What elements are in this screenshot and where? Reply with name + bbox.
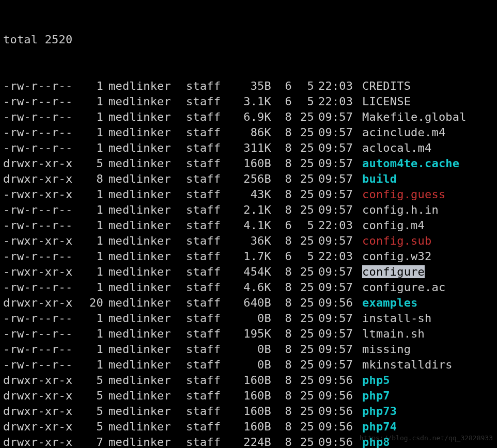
file-day: 25 [295, 125, 318, 140]
file-time: 09:57 [318, 187, 362, 202]
file-name[interactable]: install-sh [362, 312, 431, 325]
file-name[interactable]: configure.ac [362, 281, 445, 294]
file-group: staff [186, 249, 235, 264]
file-name-cell: config.guess [362, 187, 494, 202]
file-links: 1 [81, 233, 108, 249]
watermark-text: https://blog.csdn.net/qq_32828933 [360, 430, 493, 446]
file-day: 25 [295, 140, 318, 156]
file-name[interactable]: php5 [362, 374, 390, 387]
listing-row: drwxr-xr-x5medlinkerstaff160B82509:56php… [3, 388, 494, 404]
file-links: 1 [81, 218, 108, 233]
file-links: 1 [81, 357, 108, 373]
file-group: staff [186, 435, 235, 448]
file-name[interactable]: LICENSE [362, 95, 411, 108]
file-permissions: -rw-r--r-- [3, 357, 81, 373]
file-name[interactable]: config.h.in [362, 203, 439, 216]
file-name-cell: autom4te.cache [362, 156, 494, 171]
listing-row: -rw-r--r--1medlinkerstaff2.1K82509:57con… [3, 202, 494, 218]
file-name[interactable]: config.guess [362, 188, 445, 201]
file-day: 5 [295, 94, 318, 109]
file-day: 25 [295, 264, 318, 280]
file-name[interactable]: build [362, 172, 397, 185]
file-name[interactable]: mkinstalldirs [362, 358, 453, 371]
file-group: staff [186, 295, 235, 311]
file-name[interactable]: missing [362, 343, 411, 356]
file-month: 8 [276, 326, 295, 342]
file-time: 09:56 [318, 295, 362, 311]
file-permissions: -rw-r--r-- [3, 125, 81, 140]
file-month: 6 [276, 78, 295, 94]
file-permissions: drwxr-xr-x [3, 156, 81, 171]
file-name[interactable]: php73 [362, 405, 397, 418]
file-size: 4.1K [235, 218, 276, 233]
file-permissions: -rwxr-xr-x [3, 233, 81, 249]
file-month: 8 [276, 295, 295, 311]
file-month: 8 [276, 419, 295, 435]
listing-row: -rwxr-xr-x1medlinkerstaff43K82509:57conf… [3, 187, 494, 202]
file-time: 09:56 [318, 373, 362, 388]
file-links: 1 [81, 280, 108, 295]
terminal-output[interactable]: total 2520 -rw-r--r--1medlinkerstaff35B6… [0, 0, 497, 448]
file-name-cell: php7 [362, 388, 494, 404]
file-permissions: drwxr-xr-x [3, 171, 81, 187]
file-owner: medlinker [108, 202, 186, 218]
file-day: 25 [295, 373, 318, 388]
file-name[interactable]: aclocal.m4 [362, 141, 431, 154]
file-name-cell: mkinstalldirs [362, 357, 494, 373]
file-name[interactable]: configure [362, 265, 425, 278]
file-links: 5 [81, 156, 108, 171]
file-name[interactable]: autom4te.cache [362, 157, 459, 170]
file-links: 5 [81, 373, 108, 388]
file-day: 25 [295, 187, 318, 202]
file-links: 1 [81, 202, 108, 218]
file-name[interactable]: Makefile.global [362, 110, 467, 123]
file-time: 09:57 [318, 125, 362, 140]
file-month: 8 [276, 264, 295, 280]
file-size: 3.1K [235, 94, 276, 109]
listing-row: -rw-r--r--1medlinkerstaff4.1K6522:03conf… [3, 218, 494, 233]
file-owner: medlinker [108, 94, 186, 109]
file-time: 09:56 [318, 435, 362, 448]
file-time: 09:57 [318, 326, 362, 342]
file-name[interactable]: config.m4 [362, 219, 425, 232]
file-name-cell: LICENSE [362, 94, 494, 109]
file-permissions: drwxr-xr-x [3, 419, 81, 435]
listing-row: -rw-r--r--1medlinkerstaff35B6522:03CREDI… [3, 78, 494, 94]
file-size: 640B [235, 295, 276, 311]
file-month: 8 [276, 311, 295, 326]
file-name[interactable]: acinclude.m4 [362, 126, 445, 139]
file-name-cell: CREDITS [362, 78, 494, 94]
file-name[interactable]: CREDITS [362, 79, 411, 92]
file-owner: medlinker [108, 357, 186, 373]
file-owner: medlinker [108, 373, 186, 388]
file-time: 09:57 [318, 156, 362, 171]
file-permissions: -rw-r--r-- [3, 109, 81, 125]
file-size: 2.1K [235, 202, 276, 218]
file-name[interactable]: config.w32 [362, 250, 431, 263]
file-links: 8 [81, 171, 108, 187]
file-day: 25 [295, 388, 318, 404]
listing-row: -rw-r--r--1medlinkerstaff1.7K6522:03conf… [3, 249, 494, 264]
file-owner: medlinker [108, 264, 186, 280]
file-permissions: -rw-r--r-- [3, 280, 81, 295]
file-owner: medlinker [108, 295, 186, 311]
file-links: 1 [81, 78, 108, 94]
file-time: 09:57 [318, 109, 362, 125]
file-name-cell: Makefile.global [362, 109, 494, 125]
file-group: staff [186, 109, 235, 125]
file-group: staff [186, 202, 235, 218]
file-name[interactable]: php7 [362, 389, 390, 402]
file-time: 09:56 [318, 388, 362, 404]
file-name[interactable]: config.sub [362, 234, 431, 247]
total-line: total 2520 [3, 32, 494, 47]
file-permissions: drwxr-xr-x [3, 435, 81, 448]
listing-row: drwxr-xr-x8medlinkerstaff256B82509:57bui… [3, 171, 494, 187]
file-name[interactable]: examples [362, 296, 418, 309]
file-day: 25 [295, 357, 318, 373]
file-permissions: -rw-r--r-- [3, 218, 81, 233]
file-name[interactable]: ltmain.sh [362, 327, 425, 340]
file-name-cell: config.w32 [362, 249, 494, 264]
file-day: 25 [295, 171, 318, 187]
file-group: staff [186, 388, 235, 404]
file-group: staff [186, 171, 235, 187]
